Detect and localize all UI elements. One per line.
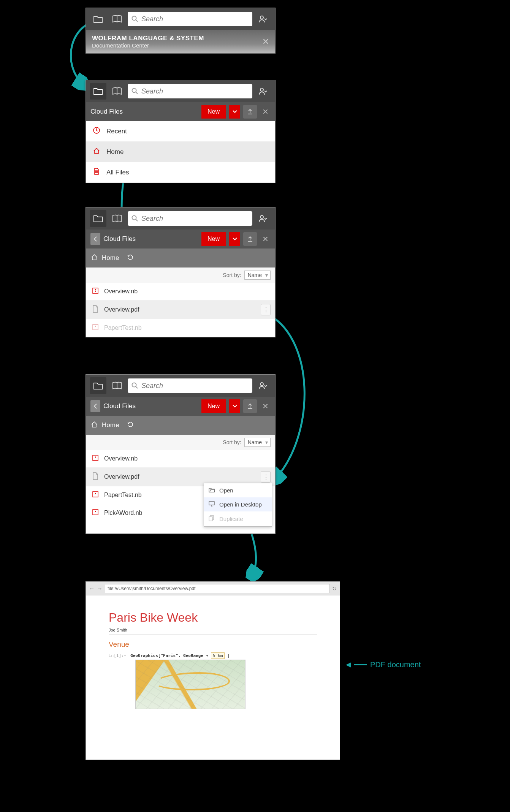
home-icon	[90, 421, 98, 430]
file-row[interactable]: PapertTest.nb	[86, 319, 275, 337]
file-name: Overview.pdf	[104, 473, 139, 480]
search-box[interactable]	[128, 211, 252, 226]
close-icon[interactable]: ✕	[260, 402, 271, 411]
svg-point-9	[260, 215, 263, 218]
search-icon	[131, 88, 138, 95]
svg-point-14	[260, 383, 263, 386]
close-icon[interactable]: ✕	[260, 234, 271, 244]
user-icon[interactable]	[255, 377, 271, 394]
doc-banner: WOLFRAM LANGUAGE & SYSTEM Documentation …	[86, 30, 275, 53]
forward-icon[interactable]: →	[97, 585, 103, 592]
kebab-icon[interactable]: ⋮	[261, 471, 271, 483]
search-input[interactable]	[141, 382, 249, 390]
document-icon	[93, 168, 101, 177]
svg-line-13	[136, 387, 138, 389]
home-icon	[93, 147, 101, 157]
ctx-open[interactable]: Open	[204, 483, 272, 497]
new-button[interactable]: New	[201, 105, 226, 119]
sort-select[interactable]: Name	[244, 438, 271, 447]
doc-subtitle: Documentation Center	[92, 42, 269, 49]
search-input[interactable]	[141, 15, 249, 23]
book-icon[interactable]	[109, 377, 125, 394]
file-name: Overview.nb	[104, 455, 138, 462]
pdf-section: Venue	[109, 640, 317, 649]
toolbar	[86, 8, 275, 30]
ctx-open-desktop[interactable]: Open in Desktop	[204, 497, 272, 511]
crumb-label: Home	[102, 421, 119, 429]
sort-label: Sort by:	[223, 439, 241, 445]
url-text: file:///Users/jsmith/Documents/Overview.…	[108, 586, 195, 591]
back-icon[interactable]: ←	[89, 585, 95, 592]
back-label[interactable]: Cloud Files	[103, 402, 136, 410]
folder-icon[interactable]	[90, 377, 106, 394]
book-icon[interactable]	[109, 210, 125, 227]
notebook-icon	[92, 324, 100, 332]
user-icon[interactable]	[255, 83, 271, 100]
file-list: Overview.nb Overview.pdf ⋮ PapertTest.nb	[86, 283, 275, 337]
panel-home-files: Cloud Files New ✕ Home Sort by: Name Ove…	[86, 207, 276, 337]
svg-line-4	[136, 92, 138, 94]
book-icon[interactable]	[109, 83, 125, 100]
nav-home[interactable]: Home	[86, 142, 275, 162]
nav-all-files[interactable]: All Files	[86, 162, 275, 183]
book-icon[interactable]	[109, 11, 125, 27]
search-icon	[131, 215, 138, 222]
context-menu: Open Open in Desktop Duplicate	[204, 483, 272, 527]
refresh-icon[interactable]	[127, 421, 134, 430]
home-icon	[90, 253, 98, 263]
url-bar[interactable]: file:///Users/jsmith/Documents/Overview.…	[105, 584, 330, 593]
upload-icon[interactable]	[243, 105, 257, 119]
upload-icon[interactable]	[243, 232, 257, 246]
browser-window: ← → file:///Users/jsmith/Documents/Overv…	[86, 581, 340, 760]
sort-bar: Sort by: Name	[86, 268, 275, 283]
folder-icon[interactable]	[90, 210, 106, 227]
user-icon[interactable]	[255, 210, 271, 227]
notebook-icon	[92, 287, 100, 296]
back-label[interactable]: Cloud Files	[103, 235, 136, 243]
search-box[interactable]	[128, 84, 252, 98]
ctx-label: Open in Desktop	[219, 501, 262, 508]
nav-label: All Files	[106, 169, 129, 176]
nav-label: Recent	[106, 128, 127, 135]
notebook-icon	[92, 509, 100, 517]
new-button[interactable]: New	[201, 399, 226, 413]
ctx-duplicate[interactable]: Duplicate	[204, 511, 272, 526]
search-box[interactable]	[128, 378, 252, 393]
new-dropdown-icon[interactable]	[229, 232, 240, 246]
file-row[interactable]: Overview.pdf ⋮	[86, 301, 275, 319]
file-row[interactable]: Overview.nb	[86, 283, 275, 301]
back-button[interactable]	[90, 233, 100, 245]
search-input[interactable]	[141, 215, 249, 223]
folder-icon[interactable]	[90, 83, 106, 100]
panel-context-menu: Cloud Files New ✕ Home Sort by: Name Ove…	[86, 374, 276, 534]
file-name: Overview.pdf	[104, 306, 139, 313]
annotation-text: PDF document	[370, 660, 421, 669]
svg-point-5	[260, 88, 263, 91]
close-icon[interactable]: ✕	[260, 107, 271, 116]
svg-point-7	[132, 216, 136, 220]
breadcrumb: Home	[86, 249, 275, 268]
search-box[interactable]	[128, 12, 252, 26]
upload-icon[interactable]	[243, 399, 257, 413]
toolbar	[86, 375, 275, 397]
file-row[interactable]: Overview.nb	[86, 450, 275, 468]
arrow-left-icon	[346, 662, 351, 668]
close-icon[interactable]: ✕	[262, 37, 269, 47]
new-dropdown-icon[interactable]	[229, 399, 240, 413]
sort-select[interactable]: Name	[244, 271, 271, 280]
new-button[interactable]: New	[201, 232, 226, 246]
folder-icon[interactable]	[90, 11, 106, 27]
search-icon	[131, 382, 138, 389]
user-icon[interactable]	[255, 11, 271, 27]
file-icon	[92, 305, 100, 314]
back-button[interactable]	[90, 400, 100, 412]
refresh-icon[interactable]: ↻	[332, 586, 337, 592]
panel-doc-center: WOLFRAM LANGUAGE & SYSTEM Documentation …	[86, 8, 276, 54]
kebab-icon[interactable]: ⋮	[261, 304, 271, 315]
refresh-icon[interactable]	[127, 253, 134, 263]
nav-recent[interactable]: Recent	[86, 121, 275, 142]
new-dropdown-icon[interactable]	[229, 105, 240, 119]
search-input[interactable]	[141, 87, 249, 95]
crumb-label: Home	[102, 254, 119, 262]
file-name: Overview.nb	[104, 288, 138, 295]
